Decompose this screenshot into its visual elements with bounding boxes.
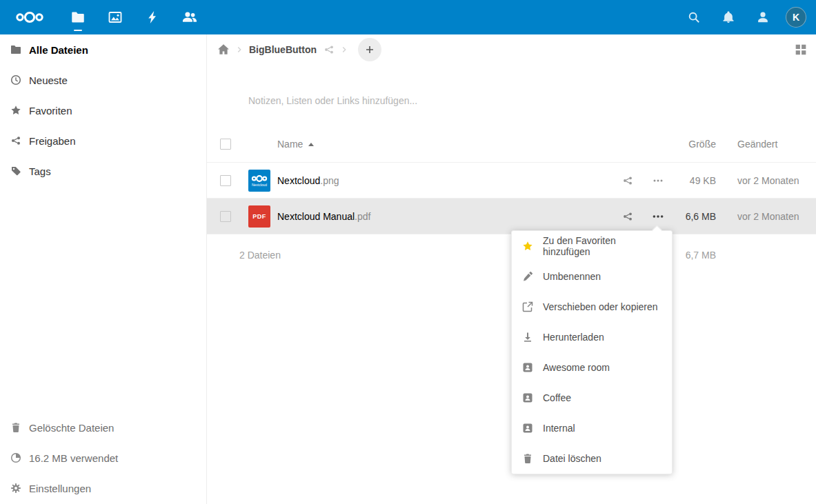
file-name[interactable]: Nextcloud Manual.pdf bbox=[277, 211, 613, 222]
file-thumbnail-png: Nextcloud bbox=[248, 170, 270, 192]
select-all-checkbox[interactable] bbox=[220, 139, 231, 150]
file-modified: vor 2 Monaten bbox=[722, 175, 816, 186]
menu-item-room-awesome-room[interactable]: Awesome room bbox=[512, 352, 672, 383]
menu-item-room-internal[interactable]: Internal bbox=[512, 413, 672, 443]
app-activity[interactable] bbox=[134, 0, 171, 34]
sidebar-item-label: Einstellungen bbox=[29, 483, 91, 494]
share-button[interactable] bbox=[613, 175, 643, 186]
room-icon bbox=[522, 392, 533, 403]
notes-input[interactable] bbox=[248, 95, 635, 106]
app-files[interactable] bbox=[59, 0, 97, 34]
row-checkbox[interactable] bbox=[220, 175, 231, 186]
menu-item-label: Verschieben oder kopieren bbox=[543, 301, 658, 312]
share-icon bbox=[622, 211, 633, 222]
gear-icon bbox=[10, 483, 21, 494]
sidebar-item-quota[interactable]: 16.2 MB verwendet bbox=[0, 443, 206, 473]
app-gallery[interactable] bbox=[97, 0, 134, 34]
avatar[interactable]: K bbox=[786, 7, 806, 28]
more-actions-button[interactable] bbox=[643, 175, 673, 186]
notifications-button[interactable] bbox=[711, 0, 746, 34]
column-header-name[interactable]: Name bbox=[277, 139, 613, 150]
plus-icon bbox=[364, 44, 375, 55]
download-icon bbox=[522, 332, 533, 343]
pencil-icon bbox=[522, 271, 533, 282]
sidebar-item-tags[interactable]: Tags bbox=[0, 156, 206, 186]
table-header-row: Name Größe Geändert bbox=[207, 126, 816, 162]
sidebar-item-recent[interactable]: Neueste bbox=[0, 65, 206, 95]
breadcrumb: BigBlueButton bbox=[207, 34, 816, 65]
menu-item-room-coffee[interactable]: Coffee bbox=[512, 383, 672, 413]
share-icon[interactable] bbox=[324, 44, 335, 55]
menu-item-label: Datei löschen bbox=[543, 453, 601, 464]
bell-icon bbox=[722, 11, 735, 23]
search-icon bbox=[688, 11, 700, 23]
chevron-right-icon bbox=[339, 45, 349, 54]
menu-item-move-or-copy[interactable]: Verschieben oder kopieren bbox=[512, 292, 672, 322]
sidebar: Alle Dateien Neueste Favoriten Freigaben… bbox=[0, 34, 207, 504]
menu-item-label: Internal bbox=[543, 423, 575, 434]
star-icon bbox=[10, 105, 21, 116]
menu-item-label: Zu den Favoriten hinzufügen bbox=[543, 235, 661, 257]
contacts-menu-button[interactable] bbox=[746, 0, 780, 34]
quota-pie-icon bbox=[10, 452, 21, 463]
sidebar-item-label: Favoriten bbox=[29, 105, 72, 117]
file-modified: vor 2 Monaten bbox=[722, 211, 816, 222]
sidebar-item-label: Gelöschte Dateien bbox=[29, 422, 114, 434]
star-icon bbox=[522, 241, 533, 252]
sidebar-item-all-files[interactable]: Alle Dateien bbox=[0, 34, 206, 65]
clock-icon bbox=[10, 74, 21, 85]
file-name[interactable]: Nextcloud.png bbox=[277, 175, 613, 186]
sidebar-footer: Gelöschte Dateien 16.2 MB verwendet bbox=[0, 412, 206, 504]
menu-item-rename[interactable]: Umbenennen bbox=[512, 261, 672, 292]
people-icon bbox=[182, 10, 197, 24]
nextcloud-logo[interactable] bbox=[0, 0, 59, 34]
app-contacts[interactable] bbox=[171, 0, 208, 34]
lightning-icon bbox=[146, 10, 159, 24]
image-icon bbox=[108, 10, 122, 24]
menu-item-label: Umbenennen bbox=[543, 271, 601, 282]
menu-item-label: Herunterladen bbox=[543, 332, 604, 343]
menu-item-download[interactable]: Herunterladen bbox=[512, 322, 672, 352]
file-size: 6,6 MB bbox=[673, 211, 722, 222]
person-icon bbox=[757, 11, 769, 23]
trash-icon bbox=[10, 422, 21, 433]
more-actions-button[interactable] bbox=[643, 210, 673, 223]
file-thumbnail-pdf: PDF bbox=[248, 205, 270, 228]
breadcrumb-folder[interactable]: BigBlueButton bbox=[249, 44, 317, 55]
grid-view-toggle[interactable] bbox=[795, 43, 807, 56]
new-file-button[interactable] bbox=[358, 38, 381, 61]
table-row-selected[interactable]: PDF Nextcloud Manual.pdf 6,6 MB vor 2 Mo… bbox=[207, 198, 816, 234]
file-size: 49 KB bbox=[673, 175, 722, 186]
sidebar-item-label: Alle Dateien bbox=[29, 44, 88, 56]
sidebar-item-label: Freigaben bbox=[29, 135, 76, 147]
sidebar-item-favorites[interactable]: Favoriten bbox=[0, 95, 206, 125]
search-button[interactable] bbox=[677, 0, 711, 34]
sidebar-item-deleted-files[interactable]: Gelöschte Dateien bbox=[0, 412, 206, 443]
home-icon[interactable] bbox=[217, 43, 230, 56]
table-row[interactable]: Nextcloud Nextcloud.png 49 KB vor 2 Mona… bbox=[207, 162, 816, 198]
column-header-size[interactable]: Größe bbox=[673, 139, 722, 150]
move-icon bbox=[522, 301, 533, 312]
tag-icon bbox=[10, 165, 21, 177]
menu-item-label: Coffee bbox=[543, 392, 571, 403]
nextcloud-logo-icon bbox=[14, 10, 46, 25]
sidebar-item-label: Neueste bbox=[29, 74, 68, 86]
share-button[interactable] bbox=[613, 211, 643, 222]
grid-icon bbox=[795, 43, 807, 56]
menu-item-add-to-favorites[interactable]: Zu den Favoriten hinzufügen bbox=[512, 231, 672, 261]
sort-ascending-icon bbox=[308, 143, 314, 146]
top-header: K bbox=[0, 0, 816, 34]
room-icon bbox=[522, 423, 533, 434]
sidebar-item-settings[interactable]: Einstellungen bbox=[0, 473, 206, 503]
sidebar-item-shares[interactable]: Freigaben bbox=[0, 125, 206, 156]
sidebar-item-label: 16.2 MB verwendet bbox=[29, 452, 118, 464]
folder-icon bbox=[10, 44, 21, 55]
menu-item-delete-file[interactable]: Datei löschen bbox=[512, 443, 672, 474]
menu-item-label: Awesome room bbox=[543, 362, 610, 373]
sidebar-item-label: Tags bbox=[29, 165, 51, 177]
total-size: 6,7 MB bbox=[673, 250, 722, 261]
room-icon bbox=[522, 362, 533, 373]
row-checkbox[interactable] bbox=[220, 211, 231, 222]
share-icon bbox=[622, 175, 633, 186]
column-header-modified[interactable]: Geändert bbox=[722, 139, 816, 150]
